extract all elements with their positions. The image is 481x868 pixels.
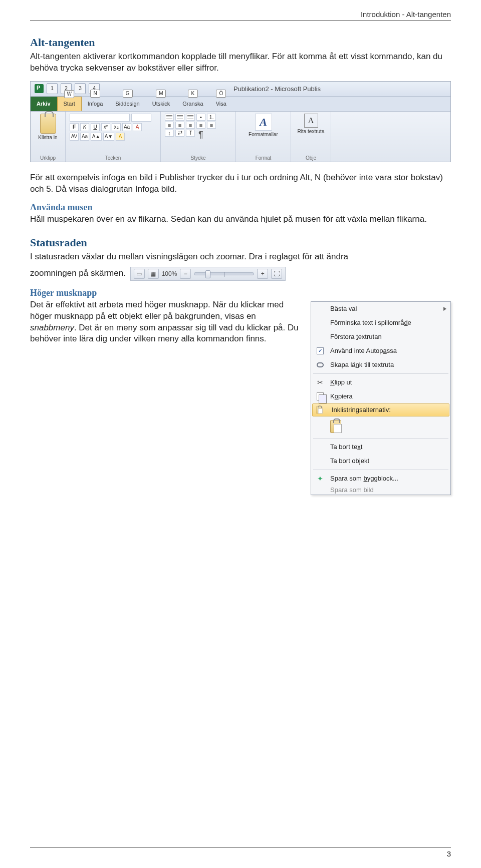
para-hoger: Det är effektivt att arbeta med höger mu… <box>30 299 302 345</box>
fit-page-icon: ⛶ <box>271 269 282 279</box>
paste-option-icon <box>330 420 341 433</box>
group-urklipp: Klistra in Urklipp <box>31 112 66 162</box>
heading-alt-tangenten: Alt-tangenten <box>30 36 451 49</box>
qat-key-1: 1 <box>47 83 58 94</box>
tab-utskick: MUtskick <box>146 97 176 111</box>
statusbar-screenshot: ▭ ▦ 100% − + ⛶ <box>130 267 286 281</box>
building-block-icon: ✦ <box>314 475 326 483</box>
para-status-2: zoomningen på skärmen. ▭ ▦ 100% − + ⛶ <box>30 267 451 281</box>
ribbon-tabs: Arkiv WStart NInfoga GSiddesign MUtskick… <box>31 97 450 112</box>
ctx-spara-bild-cut: Spara som bild <box>311 486 450 495</box>
tab-infoga: NInfoga <box>82 97 110 111</box>
page-footer: 3 <box>30 847 451 858</box>
paste-button: Klistra in <box>35 114 61 140</box>
ctx-paste-option <box>311 416 450 437</box>
heading-statusraden: Statusraden <box>30 236 451 249</box>
ctx-forminska: Förminska text i spillområde <box>311 316 450 330</box>
view-single-icon: ▭ <box>134 269 145 279</box>
zoom-slider <box>194 272 254 275</box>
tab-start: WStart <box>57 97 82 111</box>
ribbon-body: Klistra in Urklipp FKU x²x₂AaA AVAaA▲A▼A… <box>31 112 450 162</box>
ctx-ta-bort-objekt: Ta bort objekt <box>311 454 450 468</box>
page-header: Introduktion - Alt-tangenten <box>30 10 451 21</box>
tab-siddesign: GSiddesign <box>109 97 146 111</box>
styles-icon: A <box>255 114 272 131</box>
clipboard-icon <box>40 114 56 134</box>
pilcrow-icon: ¶ <box>196 130 205 140</box>
ctx-forstora: Förstora textrutan <box>311 330 450 344</box>
page-number: 3 <box>447 849 451 858</box>
heading-hoger-musknapp: Höger musknapp <box>30 288 451 298</box>
heading-anvanda-musen: Använda musen <box>30 202 451 213</box>
para-alt-example: För att exempelvis infoga en bild i Publ… <box>30 172 451 195</box>
ctx-separator <box>313 438 448 439</box>
ctx-autopassa: ✓ Använd inte Autopassa <box>311 344 450 358</box>
paste-icon <box>316 406 322 413</box>
ribbon-screenshot: 1 2 3 4 Publikation2 - Microsoft Publis … <box>30 81 451 162</box>
copy-icon <box>317 392 324 400</box>
ctx-skapa-lank: Skapa länk till textruta <box>311 358 450 372</box>
ctx-inklistring: Inklistringsalternativ: <box>312 403 449 416</box>
para-mus: Håll muspekaren över en av flikarna. Sed… <box>30 214 451 225</box>
publisher-app-icon <box>35 84 44 93</box>
ctx-separator <box>313 373 448 374</box>
ctx-ta-bort-text: Ta bort text <box>311 440 450 454</box>
link-icon <box>317 362 324 367</box>
group-format: A Formatmallar Format <box>236 112 291 162</box>
group-stycke: • 1. ≡≡≡≡≡ ↕⇄⤒ ¶ Stycke <box>161 112 236 162</box>
zoom-in-button: + <box>257 269 268 279</box>
ctx-kopiera: Kopiera <box>311 389 450 403</box>
tab-visa: ÖVisa <box>210 97 233 111</box>
ctx-separator <box>313 470 448 470</box>
tab-arkiv: Arkiv <box>31 97 57 111</box>
ctx-basta-val: Bästa val <box>311 302 450 316</box>
view-multi-icon: ▦ <box>148 269 159 279</box>
textbox-icon: A <box>304 114 318 128</box>
check-icon: ✓ <box>317 347 324 354</box>
group-tecken: FKU x²x₂AaA AVAaA▲A▼A Tecken <box>66 112 161 162</box>
para-alt-intro: Alt-tangenten aktiverar kortkommandon ko… <box>30 51 451 74</box>
context-menu-screenshot: Bästa val Förminska text i spillområde F… <box>311 301 451 495</box>
scissors-icon: ✂ <box>314 378 326 386</box>
group-objekt: A Rita textruta Obje <box>291 112 331 162</box>
zoom-out-button: − <box>180 269 191 279</box>
zoom-level: 100% <box>162 270 177 278</box>
para-status-1: I statusraden växlar du mellan visningsl… <box>30 251 451 263</box>
ctx-spara-byggblock: ✦ Spara som byggblock... <box>311 472 450 486</box>
ctx-klipp-ut: ✂ Klipp ut <box>311 375 450 389</box>
tab-granska: KGranska <box>176 97 210 111</box>
qat-key-3: 3 <box>75 83 86 94</box>
submenu-arrow-icon <box>443 307 446 311</box>
